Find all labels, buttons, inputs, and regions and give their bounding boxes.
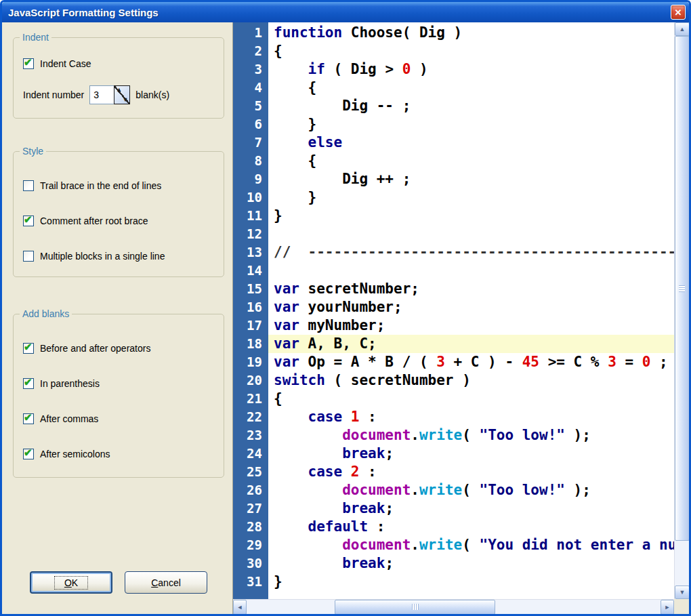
line-number: 4	[233, 79, 268, 97]
code-text: case 1 :	[268, 408, 674, 426]
line-number: 10	[233, 188, 268, 207]
check-icon: ✔	[24, 376, 33, 388]
code-preview[interactable]: 1function Choose( Dig )2{3 if ( Dig > 0 …	[232, 22, 689, 614]
code-line: 9 Dig ++ ;	[233, 170, 674, 188]
code-line: 10 }	[233, 188, 674, 207]
code-line: 7 else	[233, 134, 674, 152]
checkbox-row: Multiple blocks in a single line	[23, 251, 215, 262]
code-line: 24 break;	[233, 445, 674, 463]
window-title: JavaScript Formatting Settings	[8, 7, 671, 18]
title-bar: JavaScript Formatting Settings ✕	[2, 2, 689, 22]
line-number: 30	[233, 554, 268, 573]
cancel-button-label: Cancel	[151, 577, 181, 588]
code-text: document.write( "Too low!" );	[268, 481, 674, 499]
ok-button-label: OK	[54, 576, 88, 590]
checkbox-label: In parenthesis	[40, 378, 100, 389]
line-number: 8	[233, 152, 268, 170]
code-text	[268, 262, 674, 280]
style-options: Trail brace in the end of lines✔Comment …	[23, 180, 215, 262]
line-number: 19	[233, 353, 268, 371]
code-text: {	[268, 79, 674, 97]
add-blanks-group-title: Add blanks	[20, 308, 72, 319]
code-text: if ( Dig > 0 )	[268, 60, 674, 79]
ok-button[interactable]: OK	[30, 571, 112, 594]
add-blanks-options: ✔Before and after operators✔In parenthes…	[23, 343, 215, 459]
check-icon: ✔	[24, 213, 33, 226]
horizontal-scrollbar[interactable]: ◄ ►	[233, 599, 674, 614]
code-text: {	[268, 152, 674, 170]
style-group: Style Trail brace in the end of lines✔Co…	[13, 151, 224, 277]
line-number: 12	[233, 225, 268, 243]
horizontal-scroll-thumb[interactable]	[335, 600, 495, 614]
spinner-up-button[interactable]: ▲	[116, 86, 122, 94]
vertical-scroll-thumb[interactable]	[675, 36, 689, 541]
check-icon: ✔	[24, 447, 33, 459]
line-number: 5	[233, 97, 268, 115]
cancel-button[interactable]: Cancel	[125, 571, 207, 594]
code-text: var secretNumber;	[268, 280, 674, 298]
code-text: }	[268, 115, 674, 134]
code-text: {	[268, 42, 674, 60]
line-number: 31	[233, 573, 268, 591]
line-number: 13	[233, 243, 268, 262]
line-number: 23	[233, 426, 268, 445]
spinner-buttons: ▲ ▼	[114, 85, 130, 104]
line-number: 2	[233, 42, 268, 60]
code-text: var Op = A * B / ( 3 + C ) - 45 >= C % 3…	[268, 353, 674, 371]
code-line: 19var Op = A * B / ( 3 + C ) - 45 >= C %…	[233, 353, 674, 371]
indent-case-row: ✔Indent Case	[23, 58, 215, 69]
checkbox[interactable]: ✔	[23, 413, 34, 424]
checkbox-label: Comment after root brace	[40, 215, 148, 226]
dialog-window: JavaScript Formatting Settings ✕ Indent …	[0, 0, 691, 616]
code-text: document.write( "Too low!" );	[268, 426, 674, 445]
code-text: switch ( secretNumber )	[268, 371, 674, 390]
code-line: 30 break;	[233, 554, 674, 573]
scrollbar-corner	[674, 599, 689, 614]
code-line: 14	[233, 262, 674, 280]
code-line: 5 Dig -- ;	[233, 97, 674, 115]
code-text: function Choose( Dig )	[268, 24, 674, 42]
code-text: break;	[268, 445, 674, 463]
checkbox[interactable]: ✔	[23, 58, 34, 69]
checkbox-label: Multiple blocks in a single line	[40, 251, 165, 262]
code-text: {	[268, 390, 674, 408]
checkbox[interactable]: ✔	[23, 343, 34, 354]
indent-number-input[interactable]	[89, 85, 114, 104]
button-row: OK Cancel	[13, 571, 224, 594]
code-line: 20switch ( secretNumber )	[233, 371, 674, 390]
checkbox[interactable]: ✔	[23, 449, 34, 459]
line-number: 22	[233, 408, 268, 426]
code-text: case 2 :	[268, 463, 674, 481]
code-line: 21{	[233, 390, 674, 408]
scroll-up-button[interactable]: ▲	[675, 22, 689, 36]
code-text: var myNumber;	[268, 316, 674, 335]
checkbox-row: ✔In parenthesis	[23, 378, 215, 389]
vertical-scrollbar[interactable]: ▲ ▼	[674, 22, 689, 599]
code-text: Dig ++ ;	[268, 170, 674, 188]
checkbox[interactable]	[23, 251, 34, 262]
spinner-down-button[interactable]: ▼	[122, 96, 128, 104]
line-number: 1	[233, 24, 268, 42]
checkbox[interactable]	[23, 180, 34, 191]
arrow-left-icon: ◄	[237, 604, 243, 611]
scroll-right-button[interactable]: ►	[661, 600, 674, 614]
checkbox-label: After semicolons	[40, 449, 110, 459]
checkbox[interactable]: ✔	[23, 215, 34, 226]
scroll-left-button[interactable]: ◄	[233, 600, 247, 614]
line-number: 6	[233, 115, 268, 134]
code-line: 23 document.write( "Too low!" );	[233, 426, 674, 445]
code-text: // -------------------------------------…	[268, 243, 674, 262]
code-line: 28 default :	[233, 518, 674, 536]
line-number: 16	[233, 298, 268, 316]
indent-number-spinner: ▲ ▼	[89, 85, 130, 104]
line-number: 25	[233, 463, 268, 481]
scroll-down-button[interactable]: ▼	[675, 586, 689, 599]
code-text: break;	[268, 554, 674, 573]
code-line: 26 document.write( "Too low!" );	[233, 481, 674, 499]
code-line: 17var myNumber;	[233, 316, 674, 335]
checkbox-row: Trail brace in the end of lines	[23, 180, 215, 191]
checkbox-row: ✔Before and after operators	[23, 343, 215, 354]
checkbox[interactable]: ✔	[23, 378, 34, 389]
code-text: }	[268, 188, 674, 207]
close-button[interactable]: ✕	[671, 5, 686, 20]
